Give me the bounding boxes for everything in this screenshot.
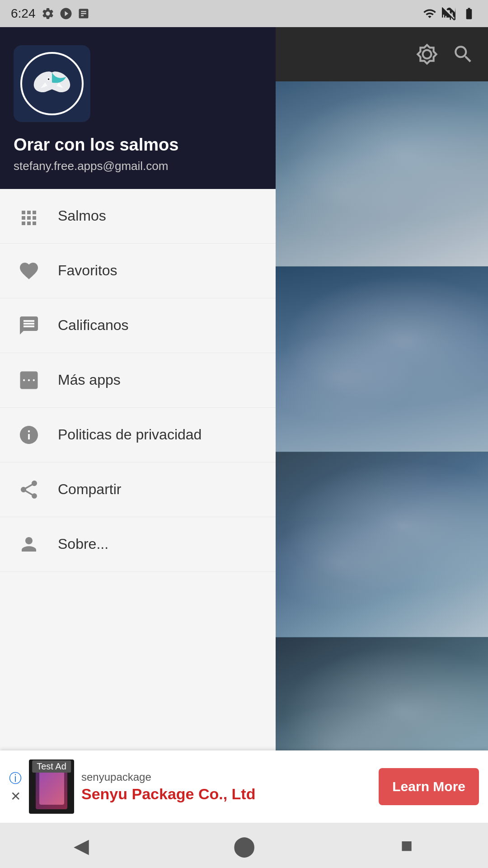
recent-icon: ■ — [401, 834, 413, 857]
back-icon: ◀ — [74, 834, 89, 857]
dove-icon — [29, 66, 75, 102]
menu-item-compartir[interactable]: Compartir — [0, 462, 276, 517]
menu-item-calificanos[interactable]: Calificanos — [0, 298, 276, 353]
ad-close-icon[interactable]: ✕ — [10, 789, 21, 804]
memory-icon — [77, 7, 90, 20]
sky-images — [276, 81, 488, 823]
menu-item-salmos[interactable]: Salmos — [0, 189, 276, 244]
menu-item-politicas[interactable]: Politicas de privacidad — [0, 408, 276, 462]
ad-info-icon[interactable]: ⓘ — [9, 770, 22, 787]
status-icons — [41, 7, 90, 20]
menu-item-favoritos[interactable]: Favoritos — [0, 244, 276, 298]
ad-banner: ⓘ ✕ Test Ad senyupackage Senyu Package C… — [0, 750, 488, 823]
home-icon: ⬤ — [233, 834, 255, 857]
ad-text-section: senyupackage Senyu Package Co., Ltd — [81, 771, 371, 803]
menu-label-salmos: Salmos — [58, 208, 106, 224]
signal-icon — [442, 7, 455, 20]
grid-icon — [16, 203, 42, 229]
status-right — [423, 7, 477, 20]
ad-company-name: Senyu Package Co., Ltd — [81, 785, 371, 803]
theme-toggle-icon[interactable] — [416, 43, 438, 66]
sky-segment-2 — [276, 267, 488, 452]
menu-label-favoritos: Favoritos — [58, 262, 117, 279]
content-panel — [276, 27, 488, 823]
menu-item-mas-apps[interactable]: Más apps — [0, 353, 276, 408]
menu-label-calificanos: Calificanos — [58, 317, 129, 334]
menu-label-compartir: Compartir — [58, 481, 121, 498]
settings-icon — [41, 7, 55, 20]
sky-segment-3 — [276, 452, 488, 637]
drawer: Orar con los salmos stefany.free.apps@gm… — [0, 27, 276, 823]
back-button[interactable]: ◀ — [66, 830, 97, 861]
ad-brand-name: senyupackage — [81, 771, 371, 783]
menu-label-mas-apps: Más apps — [58, 372, 121, 388]
ad-thumb-image — [39, 769, 64, 805]
status-time: 6:24 — [11, 6, 36, 21]
app-name: Orar con los salmos — [14, 135, 262, 156]
logo-circle — [20, 52, 84, 115]
share-icon — [16, 477, 42, 502]
menu-label-sobre: Sobre... — [58, 536, 108, 552]
battery-icon — [461, 7, 477, 20]
status-bar: 6:24 — [0, 0, 488, 27]
ad-info-controls: ⓘ ✕ — [9, 770, 22, 804]
svg-point-1 — [48, 78, 50, 80]
content-top-bar — [276, 27, 488, 81]
recent-button[interactable]: ■ — [391, 830, 422, 861]
more-icon — [16, 368, 42, 393]
app-email: stefany.free.apps@gmail.com — [14, 159, 262, 173]
search-icon[interactable] — [452, 43, 474, 66]
home-button[interactable]: ⬤ — [228, 830, 260, 861]
sky-segment-1 — [276, 81, 488, 267]
drawer-header: Orar con los salmos stefany.free.apps@gm… — [0, 27, 276, 189]
info-icon — [16, 422, 42, 448]
learn-more-button[interactable]: Learn More — [379, 768, 479, 805]
drawer-menu: Salmos Favoritos Calificanos — [0, 189, 276, 823]
menu-label-politicas: Politicas de privacidad — [58, 426, 202, 443]
rate-icon — [16, 313, 42, 338]
ad-test-label: Test Ad — [32, 760, 71, 773]
play-icon — [59, 7, 73, 20]
app-logo — [14, 45, 90, 122]
wifi-icon — [423, 7, 436, 20]
ad-thumbnail: Test Ad — [29, 760, 74, 814]
heart-icon — [16, 258, 42, 283]
status-left: 6:24 — [11, 6, 90, 21]
menu-item-sobre[interactable]: Sobre... — [0, 517, 276, 572]
bottom-nav: ◀ ⬤ ■ — [0, 823, 488, 868]
person-icon — [16, 532, 42, 557]
main-wrapper: Orar con los salmos stefany.free.apps@gm… — [0, 27, 488, 868]
